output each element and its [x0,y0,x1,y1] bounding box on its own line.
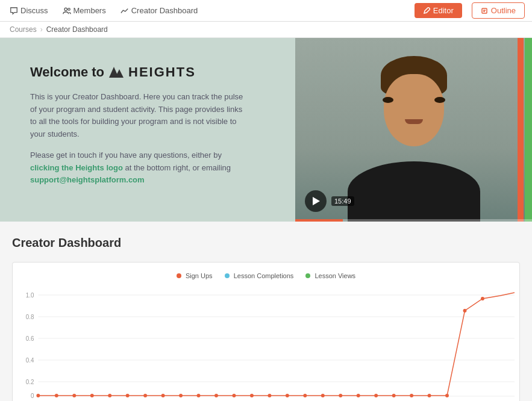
svg-point-25 [143,394,147,397]
breadcrumb-separator: › [40,25,43,34]
editor-button-label: Editor [433,6,454,15]
svg-text:0.2: 0.2 [26,379,34,385]
svg-point-41 [428,394,431,397]
play-icon [313,197,320,205]
hero-body: This is your Creator Dashboard. Here you… [30,91,247,196]
svg-point-19 [36,394,40,397]
hero-video-panel: 15:49 [295,38,532,222]
svg-point-40 [410,394,413,397]
video-timestamp: 15:49 [331,196,354,206]
svg-text:1.0: 1.0 [26,292,34,299]
svg-point-29 [214,394,218,397]
editor-icon [423,7,430,14]
svg-point-21 [72,394,76,397]
svg-point-43 [463,309,467,312]
dashboard-section: Creator Dashboard Sign Ups Lesson Comple… [0,222,532,401]
chart-svg: 1.0 0.8 0.6 0.4 0.2 0 [17,287,515,401]
svg-point-1 [67,8,70,10]
svg-point-33 [286,394,289,397]
heights-mountains-logo [109,67,124,78]
nav-discuss[interactable]: Discuss [7,6,51,15]
svg-point-42 [445,394,449,397]
legend-lesson-views: Lesson Views [305,272,355,279]
video-controls: 15:49 [305,190,354,212]
svg-point-22 [90,394,94,397]
welcome-prefix: Welcome to [30,64,104,80]
svg-point-39 [392,394,396,397]
top-nav: Discuss Members Creator Dashboard Editor… [0,0,532,22]
chart-container: Sign Ups Lesson Completions Lesson Views… [12,262,520,401]
hero-body-para2-suffix: at the bottom right, or emailing [123,163,231,172]
svg-point-26 [161,394,165,397]
orange-bar [518,38,524,222]
brand-name: HEIGHTS [128,64,196,80]
svg-point-20 [55,394,58,397]
editor-button[interactable]: Editor [415,3,462,18]
svg-point-34 [303,394,307,397]
svg-point-27 [179,394,183,397]
svg-point-44 [481,297,484,300]
lesson-views-dot [305,273,310,278]
video-progress-bar-container [295,219,532,222]
members-icon [63,7,71,15]
chart-icon [120,7,129,15]
svg-text:0.8: 0.8 [26,314,34,320]
breadcrumb-courses[interactable]: Courses [10,25,37,34]
breadcrumb: Courses › Creator Dashboard [0,22,532,38]
svg-point-31 [250,394,254,397]
hero-section: Welcome to HEIGHTS This is your Creator … [0,38,532,222]
legend-sign-ups: Sign Ups [177,272,213,279]
hero-text-panel: Welcome to HEIGHTS This is your Creator … [0,38,295,222]
hero-title: Welcome to HEIGHTS [30,64,271,80]
svg-point-32 [268,394,271,397]
chart-area: 1.0 0.8 0.6 0.4 0.2 0 [17,287,515,401]
svg-point-28 [197,394,201,397]
breadcrumb-current: Creator Dashboard [46,25,108,34]
svg-point-24 [126,394,130,397]
heights-logo-link[interactable]: clicking the Heights logo [30,163,123,172]
svg-point-37 [357,394,360,397]
svg-point-30 [233,394,236,397]
nav-creator-dashboard[interactable]: Creator Dashboard [118,6,201,15]
support-email-link[interactable]: support@heightsplatform.com [30,175,145,184]
lesson-completions-dot [225,273,230,278]
nav-discuss-label: Discuss [20,6,48,15]
sign-ups-label: Sign Ups [186,272,213,279]
green-bar [525,38,532,222]
outline-icon [481,7,488,14]
lesson-views-label: Lesson Views [315,272,355,279]
dashboard-title: Creator Dashboard [12,236,520,250]
nav-creator-dashboard-label: Creator Dashboard [131,6,198,15]
svg-point-36 [339,394,342,397]
svg-text:0.4: 0.4 [26,357,34,364]
hero-body-para1: This is your Creator Dashboard. Here you… [30,91,247,141]
hero-body-para2-prefix: Please get in touch if you have any ques… [30,151,222,160]
nav-members-label: Members [74,6,106,15]
svg-text:0: 0 [31,393,34,399]
svg-point-38 [374,394,378,397]
discuss-icon [10,7,18,15]
outline-button-label: Outline [491,6,516,15]
svg-point-23 [108,394,111,397]
mountain-icon [109,67,124,78]
chart-legend: Sign Ups Lesson Completions Lesson Views [17,272,515,279]
play-button[interactable] [305,190,327,212]
svg-point-35 [321,394,325,397]
video-progress-bar [295,219,343,222]
outline-button[interactable]: Outline [472,2,525,19]
svg-text:0.6: 0.6 [26,335,34,342]
svg-rect-2 [482,8,487,13]
hero-body-para2: Please get in touch if you have any ques… [30,149,247,187]
sign-ups-dot [177,273,181,278]
legend-lesson-completions: Lesson Completions [225,272,294,279]
lesson-completions-label: Lesson Completions [234,272,294,279]
svg-point-0 [64,8,67,10]
nav-members[interactable]: Members [60,6,108,15]
